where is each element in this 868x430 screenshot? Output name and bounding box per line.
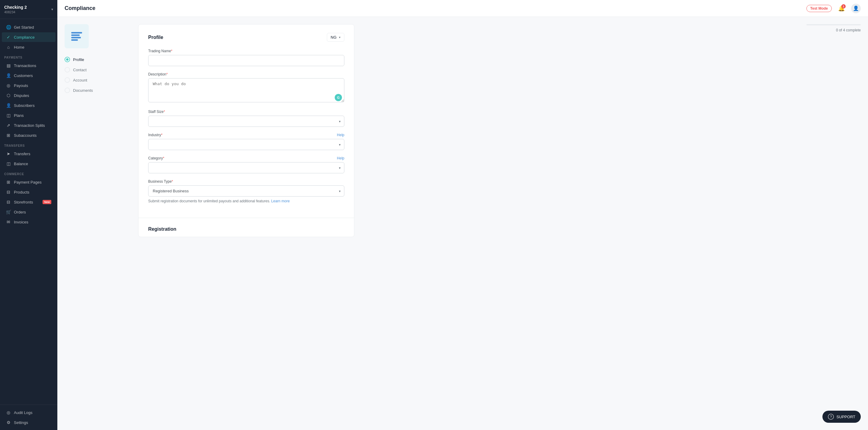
sidebar-item-transactions[interactable]: ▤ Transactions [2,61,56,70]
header-right: Test Mode 🔔 1 👤 [806,4,861,13]
industry-label: Industry* [148,133,162,137]
registration-section: Registration [138,218,354,237]
step-circle-documents [65,88,70,93]
sidebar-item-label: Payment Pages [14,180,42,184]
transaction-splits-icon: ⇗ [6,123,11,128]
sidebar-item-label: Balance [14,162,28,166]
description-required: * [166,72,168,77]
support-label: SUPPORT [836,414,855,419]
commerce-section-label: COMMERCE [0,169,57,177]
account-id: 408234 [4,10,27,14]
sidebar-item-label: Transactions [14,63,36,68]
sidebar-item-label: Get Started [14,25,34,30]
compliance-logo [65,24,89,48]
learn-more-link[interactable]: Learn more [271,199,290,203]
sidebar-item-label: Customers [14,74,33,78]
sidebar-item-transfers[interactable]: ➤ Transfers [2,149,56,159]
sidebar-item-balance[interactable]: ◫ Balance [2,159,56,169]
sidebar-item-disputes[interactable]: ⬡ Disputes [2,91,56,100]
account-chevron-icon: ▾ [51,7,53,11]
step-circle-contact [65,67,70,73]
progress-container: 0 of 4 complete [806,24,861,33]
sidebar-item-subscribers[interactable]: 👤 Subscribers [2,101,56,110]
sidebar-item-orders[interactable]: 🛒 Orders [2,207,56,217]
profile-section: Profile NG ▾ Trading Name* [138,25,354,218]
customers-icon: 👤 [6,73,11,78]
sidebar-item-label: Products [14,190,29,195]
industry-select[interactable] [148,139,344,150]
user-icon: 👤 [853,5,859,11]
description-wrapper: G [148,78,344,104]
page-content: 0 of 4 complete Profile [57,17,868,430]
trading-name-required: * [171,49,173,53]
home-icon: ⌂ [6,45,11,50]
sidebar-item-payouts[interactable]: ◎ Payouts [2,81,56,90]
category-select-wrapper: ▾ [148,162,344,173]
sidebar-item-settings[interactable]: ⚙ Settings [2,418,56,427]
sidebar-item-transaction-splits[interactable]: ⇗ Transaction Splits [2,120,56,130]
sidebar-item-label: Settings [14,420,28,425]
ai-assist-button[interactable]: G [335,94,342,101]
category-group: Category* Help ▾ [148,156,344,173]
industry-required: * [161,133,163,137]
invoices-icon: ✉ [6,220,11,224]
user-menu-button[interactable]: 👤 [851,4,861,13]
step-account[interactable]: Account [65,75,131,85]
sidebar: Checking 2 408234 ▾ 🌐 Get Started ✓ Comp… [0,0,57,430]
sidebar-item-label: Disputes [14,93,29,98]
step-profile[interactable]: Profile [65,54,131,65]
sidebar-item-customers[interactable]: 👤 Customers [2,71,56,80]
sidebar-item-plans[interactable]: ◫ Plans [2,111,56,120]
sidebar-item-label: Subaccounts [14,133,36,138]
sidebar-item-label: Storefronts [14,200,33,204]
business-type-select[interactable]: Registered Business Sole Proprietor Indi… [148,185,344,197]
sidebar-item-storefronts[interactable]: ⊟ Storefronts New [2,197,56,207]
industry-help-link[interactable]: Help [337,133,344,137]
country-code: NG [331,35,337,39]
step-label: Documents [73,88,93,93]
orders-icon: 🛒 [6,209,11,214]
support-icon: ? [828,414,834,420]
sidebar-item-invoices[interactable]: ✉ Invoices [2,217,56,227]
transfers-icon: ➤ [6,151,11,156]
subscribers-icon: 👤 [6,103,11,108]
notifications-button[interactable]: 🔔 1 [837,4,846,13]
category-select[interactable] [148,162,344,173]
test-mode-button[interactable]: Test Mode [806,5,832,12]
sidebar-item-get-started[interactable]: 🌐 Get Started [2,22,56,32]
transactions-icon: ▤ [6,63,11,68]
business-type-select-wrapper: Registered Business Sole Proprietor Indi… [148,185,344,197]
trading-name-input[interactable] [148,55,344,66]
country-selector[interactable]: NG ▾ [327,33,345,42]
compliance-form: Profile NG ▾ Trading Name* [138,24,354,237]
description-label: Description* [148,72,344,77]
sidebar-item-products[interactable]: ⊟ Products [2,187,56,197]
staff-size-group: Staff Size* 1-10 11-50 51-200 201-500 50… [148,110,344,127]
main-content: Compliance Test Mode 🔔 1 👤 0 of 4 comple… [57,0,868,430]
sidebar-item-payment-pages[interactable]: ⊞ Payment Pages [2,177,56,187]
step-label: Contact [73,68,87,72]
sidebar-nav: 🌐 Get Started ✓ Compliance ⌂ Home PAYMEN… [0,19,57,405]
sidebar-item-label: Audit Logs [14,410,32,415]
step-documents[interactable]: Documents [65,85,131,95]
products-icon: ⊟ [6,190,11,195]
support-button[interactable]: ? SUPPORT [823,411,861,423]
sidebar-item-compliance[interactable]: ✓ Compliance [2,32,56,42]
balance-icon: ◫ [6,161,11,166]
account-switcher[interactable]: Checking 2 408234 ▾ [0,0,57,19]
sidebar-item-subaccounts[interactable]: ⊞ Subaccounts [2,131,56,140]
sidebar-item-label: Orders [14,210,26,214]
subaccounts-icon: ⊞ [6,133,11,138]
sidebar-item-home[interactable]: ⌂ Home [2,42,56,52]
logo-bar-3 [71,37,81,38]
step-contact[interactable]: Contact [65,65,131,75]
industry-label-row: Industry* Help [148,133,344,137]
compliance-layout: Profile Contact Account Documents [65,24,354,237]
description-textarea[interactable] [148,78,344,103]
staff-size-select[interactable]: 1-10 11-50 51-200 201-500 500+ [148,116,344,127]
sidebar-bottom: ◎ Audit Logs ⚙ Settings [0,405,57,430]
sidebar-item-label: Plans [14,113,24,118]
business-type-label: Business Type* [148,179,344,183]
category-help-link[interactable]: Help [337,156,344,160]
sidebar-item-audit-logs[interactable]: ◎ Audit Logs [2,408,56,417]
